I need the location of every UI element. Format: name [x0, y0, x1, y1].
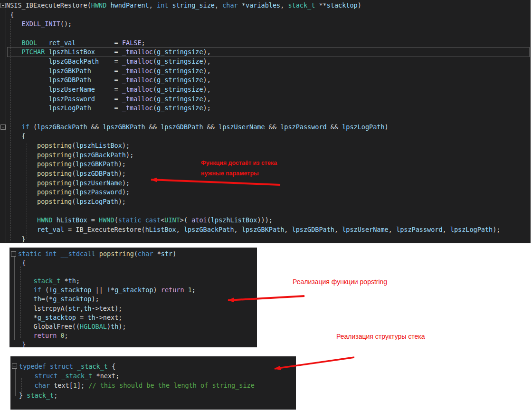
code-line[interactable]: }	[18, 340, 257, 347]
code-line[interactable]: static int __stdcall popstring(char *str…	[18, 249, 257, 258]
code-line[interactable]: th=(*g_stacktop);	[18, 295, 257, 304]
code-line[interactable]: popstring(lpszLogPath);	[6, 197, 531, 207]
code-line[interactable]: lpszGDBPath = _tmalloc(g_stringsize),	[6, 76, 531, 85]
code-line[interactable]: stack_t *th;	[18, 277, 257, 286]
code-line[interactable]	[18, 268, 257, 277]
fold-collapse-icon[interactable]	[0, 124, 6, 130]
annotation-text-line: нужные параметры	[201, 168, 277, 179]
code-line[interactable]: popstring(lpszhListBox);	[6, 141, 531, 151]
fold-collapse-icon[interactable]	[11, 251, 16, 257]
code-lines: NSIS_IBExecuteRestore(HWND hwndParent, i…	[0, 0, 531, 243]
code-line[interactable]: lpszPassword = _tmalloc(g_stringsize),	[6, 95, 531, 104]
code-line[interactable]: } stack_t;	[19, 391, 296, 400]
code-line-current[interactable]: PTCHAR lpszhListBox = _tmalloc(g_strings…	[6, 48, 531, 57]
code-line[interactable]: HWND hListBox = HWND(static_cast<UINT>(_…	[6, 216, 531, 225]
code-lines: static int __stdcall popstring(char *str…	[10, 248, 257, 347]
code-line[interactable]: lpszGBackPath = _tmalloc(g_stringsize),	[6, 57, 531, 67]
code-line[interactable]: if (lpszGBackPath && lpszGBKPath && lpsz…	[6, 123, 531, 132]
code-line[interactable]: GlobalFree((HGLOBAL)th);	[18, 322, 257, 331]
code-block-main: NSIS_IBExecuteRestore(HWND hwndParent, i…	[0, 0, 531, 243]
code-line[interactable]: popstring(lpszUserName);	[6, 179, 531, 188]
code-line[interactable]: lpszGBKPath = _tmalloc(g_stringsize),	[6, 67, 531, 76]
code-line[interactable]: popstring(lpszPassword);	[6, 188, 531, 197]
code-line[interactable]: EXDLL_INIT();	[6, 19, 531, 29]
code-line[interactable]: BOOL ret_val = FALSE;	[6, 38, 531, 48]
code-line[interactable]: NSIS_IBExecuteRestore(HWND hwndParent, i…	[6, 1, 531, 10]
code-line[interactable]: char text[1]; // this should be the leng…	[19, 381, 296, 390]
fold-collapse-icon[interactable]	[0, 3, 6, 8]
code-line[interactable]: lpszUserName = _tmalloc(g_stringsize),	[6, 85, 531, 95]
code-line[interactable]: return 0;	[18, 331, 257, 340]
annotation-text-line: Функция достаёт из стека	[201, 158, 277, 168]
code-line[interactable]: *g_stacktop = th->next;	[18, 313, 257, 322]
code-line[interactable]: ret_val = IB_ExecuteRestore(hListBox, lp…	[6, 225, 531, 235]
code-line[interactable]	[6, 29, 531, 38]
annotation-note-stack-struct: Реализация структуры стека	[336, 333, 425, 340]
code-line[interactable]: {	[18, 258, 257, 268]
code-line[interactable]: {	[6, 10, 531, 20]
code-lines: typedef struct _stack_t { struct _stack_…	[10, 356, 296, 400]
code-block-popstring: static int __stdcall popstring(char *str…	[10, 248, 257, 347]
code-line[interactable]	[6, 113, 531, 123]
code-line[interactable]: struct _stack_t *next;	[19, 371, 296, 381]
code-line[interactable]: lpszLogPath = _tmalloc(g_stringsize);	[6, 104, 531, 113]
code-block-stack-struct: typedef struct _stack_t { struct _stack_…	[10, 356, 296, 410]
fold-collapse-icon[interactable]	[12, 363, 17, 369]
annotation-note-stack-params: Функция достаёт из стека нужные параметр…	[201, 158, 277, 179]
code-line[interactable]: {	[6, 132, 531, 141]
annotation-note-popstring-impl: Реализация функции popstring	[293, 278, 387, 286]
code-line[interactable]: if (!g_stacktop || !*g_stacktop) return …	[18, 286, 257, 295]
code-line[interactable]	[6, 207, 531, 216]
code-line[interactable]: lstrcpyA(str,th->text);	[18, 304, 257, 313]
code-line[interactable]: }	[6, 235, 531, 243]
code-line[interactable]: typedef struct _stack_t {	[19, 362, 296, 371]
